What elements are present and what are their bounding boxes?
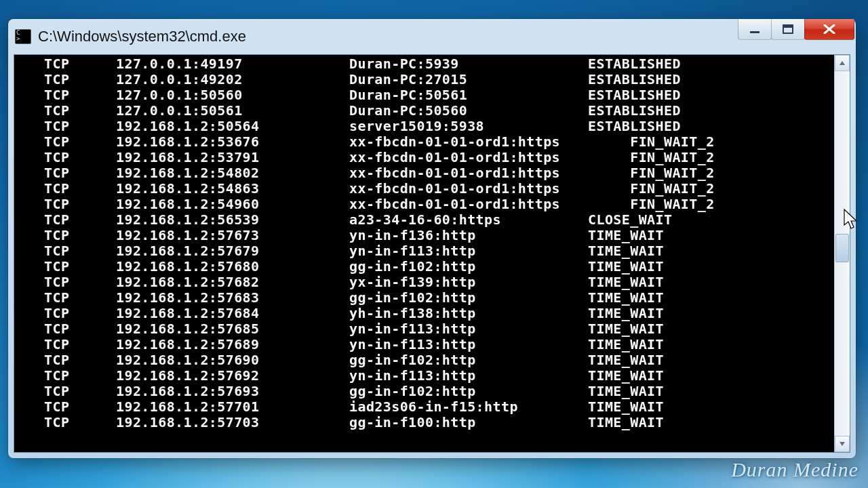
col-foreign-address: xx-fbcdn-01-01-ord1:https bbox=[349, 134, 588, 150]
col-state: TIME_WAIT bbox=[588, 384, 664, 399]
col-local-address: 192.168.1.2:54802 bbox=[116, 165, 349, 181]
col-proto: TCP bbox=[44, 212, 116, 228]
maximize-button[interactable] bbox=[771, 19, 805, 40]
col-foreign-address: gg-in-f102:http bbox=[349, 352, 588, 368]
col-indent bbox=[16, 103, 44, 119]
col-local-address: 192.168.1.2:53791 bbox=[116, 150, 349, 165]
col-state: TIME_WAIT bbox=[588, 243, 664, 259]
netstat-row: TCP192.168.1.2:57679yn-in-f113:httpTIME_… bbox=[16, 243, 834, 259]
col-indent bbox=[16, 368, 44, 384]
col-proto: TCP bbox=[44, 181, 116, 197]
col-proto: TCP bbox=[44, 259, 116, 274]
col-foreign-address: gg-in-f102:http bbox=[349, 259, 588, 274]
col-local-address: 192.168.1.2:57685 bbox=[116, 321, 349, 337]
col-state: TIME_WAIT bbox=[588, 368, 664, 384]
col-foreign-address: xx-fbcdn-01-01-ord1:https bbox=[349, 165, 588, 181]
console-output[interactable]: TCP127.0.0.1:49197Duran-PC:5939ESTABLISH… bbox=[14, 55, 834, 452]
col-indent bbox=[16, 87, 44, 103]
col-state: TIME_WAIT bbox=[588, 352, 664, 368]
close-button[interactable] bbox=[804, 19, 854, 40]
col-state: TIME_WAIT bbox=[588, 415, 664, 430]
col-foreign-address: yx-in-f139:http bbox=[349, 274, 588, 290]
col-foreign-address: xx-fbcdn-01-01-ord1:https bbox=[349, 197, 588, 212]
netstat-row: TCP192.168.1.2:57673yn-in-f136:httpTIME_… bbox=[16, 228, 834, 243]
netstat-row: TCP192.168.1.2:57692yn-in-f113:httpTIME_… bbox=[16, 368, 834, 384]
scroll-up-button[interactable] bbox=[835, 55, 850, 71]
netstat-row: TCP192.168.1.2:57680gg-in-f102:httpTIME_… bbox=[16, 259, 834, 274]
col-proto: TCP bbox=[44, 321, 116, 337]
watermark-text: Duran Medine bbox=[731, 458, 859, 481]
col-indent bbox=[16, 134, 44, 150]
col-foreign-address: yn-in-f113:http bbox=[349, 321, 588, 337]
col-state: FIN_WAIT_2 bbox=[588, 181, 715, 197]
col-proto: TCP bbox=[44, 243, 116, 259]
col-state: FIN_WAIT_2 bbox=[588, 165, 715, 181]
netstat-row: TCP192.168.1.2:57703gg-in-f100:httpTIME_… bbox=[16, 415, 834, 430]
col-foreign-address: Duran-PC:50561 bbox=[349, 87, 588, 103]
netstat-row: TCP192.168.1.2:57683gg-in-f102:httpTIME_… bbox=[16, 290, 834, 306]
col-foreign-address: xx-fbcdn-01-01-ord1:https bbox=[349, 181, 588, 197]
col-proto: TCP bbox=[44, 306, 116, 321]
col-foreign-address: yn-in-f136:http bbox=[349, 228, 588, 243]
col-proto: TCP bbox=[44, 415, 116, 430]
col-state: TIME_WAIT bbox=[588, 259, 664, 274]
netstat-row: TCP127.0.0.1:50561Duran-PC:50560ESTABLIS… bbox=[16, 103, 834, 119]
col-foreign-address: a23-34-16-60:https bbox=[349, 212, 588, 228]
col-local-address: 127.0.0.1:49202 bbox=[116, 72, 349, 87]
col-indent bbox=[16, 56, 44, 72]
col-indent bbox=[16, 337, 44, 352]
svg-rect-0 bbox=[750, 31, 760, 33]
col-state: ESTABLISHED bbox=[588, 56, 681, 72]
col-state: TIME_WAIT bbox=[588, 321, 664, 337]
col-state: TIME_WAIT bbox=[588, 399, 664, 415]
col-local-address: 192.168.1.2:57693 bbox=[116, 384, 349, 399]
col-local-address: 127.0.0.1:49197 bbox=[116, 56, 349, 72]
titlebar[interactable]: C:\Windows\system32\cmd.exe bbox=[8, 19, 856, 54]
window-controls bbox=[738, 19, 854, 40]
col-indent bbox=[16, 72, 44, 87]
col-proto: TCP bbox=[44, 119, 116, 134]
netstat-row: TCP192.168.1.2:56539a23-34-16-60:httpsCL… bbox=[16, 212, 834, 228]
col-local-address: 192.168.1.2:57701 bbox=[116, 399, 349, 415]
col-local-address: 192.168.1.2:57692 bbox=[116, 368, 349, 384]
col-local-address: 192.168.1.2:54960 bbox=[116, 197, 349, 212]
col-proto: TCP bbox=[44, 368, 116, 384]
col-indent bbox=[16, 274, 44, 290]
col-state: TIME_WAIT bbox=[588, 337, 664, 352]
minimize-button[interactable] bbox=[738, 19, 772, 40]
col-proto: TCP bbox=[44, 399, 116, 415]
scroll-down-button[interactable] bbox=[835, 436, 850, 452]
col-state: TIME_WAIT bbox=[588, 290, 664, 306]
cmd-icon bbox=[15, 29, 31, 44]
col-local-address: 192.168.1.2:56539 bbox=[116, 212, 349, 228]
col-foreign-address: gg-in-f100:http bbox=[349, 415, 588, 430]
netstat-row: TCP192.168.1.2:57690gg-in-f102:httpTIME_… bbox=[16, 352, 834, 368]
netstat-row: TCP127.0.0.1:50560Duran-PC:50561ESTABLIS… bbox=[16, 87, 834, 103]
col-state: TIME_WAIT bbox=[588, 228, 664, 243]
vertical-scrollbar[interactable] bbox=[834, 55, 850, 452]
col-local-address: 192.168.1.2:57679 bbox=[116, 243, 349, 259]
netstat-row: TCP192.168.1.2:54863xx-fbcdn-01-01-ord1:… bbox=[16, 181, 834, 197]
col-state: TIME_WAIT bbox=[588, 274, 664, 290]
svg-rect-2 bbox=[783, 25, 793, 28]
col-local-address: 127.0.0.1:50561 bbox=[116, 103, 349, 119]
col-indent bbox=[16, 290, 44, 306]
col-proto: TCP bbox=[44, 384, 116, 399]
col-local-address: 192.168.1.2:53676 bbox=[116, 134, 349, 150]
col-proto: TCP bbox=[44, 134, 116, 150]
col-foreign-address: Duran-PC:27015 bbox=[349, 72, 588, 87]
col-foreign-address: yn-in-f113:http bbox=[349, 243, 588, 259]
scroll-thumb[interactable] bbox=[835, 234, 849, 262]
col-proto: TCP bbox=[44, 290, 116, 306]
col-indent bbox=[16, 259, 44, 274]
netstat-row: TCP192.168.1.2:57689yn-in-f113:httpTIME_… bbox=[16, 337, 834, 352]
col-proto: TCP bbox=[44, 150, 116, 165]
col-foreign-address: server15019:5938 bbox=[349, 119, 588, 134]
col-indent bbox=[16, 212, 44, 228]
col-proto: TCP bbox=[44, 228, 116, 243]
netstat-row: TCP192.168.1.2:57693gg-in-f102:httpTIME_… bbox=[16, 384, 834, 399]
col-local-address: 192.168.1.2:57682 bbox=[116, 274, 349, 290]
col-local-address: 192.168.1.2:50564 bbox=[116, 119, 349, 134]
col-proto: TCP bbox=[44, 87, 116, 103]
netstat-row: TCP127.0.0.1:49197Duran-PC:5939ESTABLISH… bbox=[16, 56, 834, 72]
